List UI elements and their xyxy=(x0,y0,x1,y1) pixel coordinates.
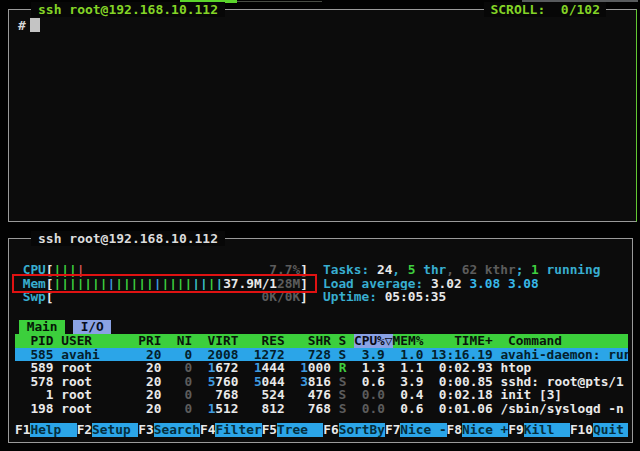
text-seg: Uptime: xyxy=(323,290,385,304)
cursor-block xyxy=(30,18,40,32)
uptime-line: Uptime: 05:05:35 xyxy=(323,290,628,304)
text-seg: running xyxy=(539,263,601,277)
htop-screen-tabs: Main I/O xyxy=(19,320,111,334)
htop-process-table: PID USER PRI NI VIRT RES SHR S CPU%▽MEM%… xyxy=(15,334,628,415)
shell-prompt[interactable]: # xyxy=(18,18,40,33)
f6-key[interactable]: F6 xyxy=(323,423,338,437)
text-seg: 1 xyxy=(300,361,308,375)
text-seg: 24 xyxy=(377,263,392,277)
f4-key[interactable]: F4 xyxy=(200,423,215,437)
f6-sortby-button[interactable]: SortBy xyxy=(339,423,385,437)
screen-tabs: Main I/O xyxy=(19,320,111,334)
text-seg: 0.6 3.9 0:00.85 sshd: root@pts/1 xyxy=(346,375,623,389)
text-seg: 816 xyxy=(308,375,339,389)
f10-quit-button[interactable]: Quit xyxy=(593,423,628,437)
process-row-1[interactable]: 1 root 20 0 768 524 476 S 0.0 0.4 0:02.1… xyxy=(15,388,628,402)
load-line: Load average: 3.02 3.08 3.08 xyxy=(323,277,628,291)
text-seg: Load average: xyxy=(323,277,431,291)
text-seg: Tasks: xyxy=(323,263,377,277)
text-seg: , 62 kthr xyxy=(446,263,515,277)
tasks-line: Tasks: 24, 5 thr, 62 kthr; 1 running xyxy=(323,263,628,277)
text-seg xyxy=(65,320,73,334)
text-seg: 578 root 20 xyxy=(15,375,185,389)
text-seg: 0.0 xyxy=(346,402,385,416)
text-seg: 05:05:35 xyxy=(385,290,447,304)
text-seg: 1 xyxy=(531,263,539,277)
f9-kill-button[interactable]: Kill xyxy=(524,423,570,437)
htop-stats: Tasks: 24, 5 thr, 62 kthr; 1 runningLoad… xyxy=(323,263,628,304)
text-seg xyxy=(192,361,207,375)
text-seg: 0.6 0:01.06 /sbin/syslogd -n xyxy=(385,402,624,416)
text-seg: 589 root 20 xyxy=(15,361,185,375)
pane-bottom-title: ssh root@192.168.10.112 xyxy=(31,231,225,246)
tab-io[interactable]: I/O xyxy=(73,320,112,334)
table-header: PID USER PRI NI VIRT RES SHR S CPU%▽MEM%… xyxy=(15,334,628,348)
process-row-578[interactable]: 578 root 20 0 5760 5044 3816 S 0.6 3.9 0… xyxy=(15,375,628,389)
f3-key[interactable]: F3 xyxy=(138,423,153,437)
f7-nice-minus-button[interactable]: Nice - xyxy=(400,423,446,437)
top-gray-streak-mid xyxy=(237,1,322,2)
text-seg: 512 812 768 xyxy=(215,402,338,416)
f2-setup-button[interactable]: Setup xyxy=(92,423,138,437)
terminal-screen: ssh root@192.168.10.112 SCROLL: 0/102 # … xyxy=(0,0,640,451)
text-seg: 444 xyxy=(262,361,301,375)
f7-key[interactable]: F7 xyxy=(385,423,400,437)
text-seg: 768 524 476 xyxy=(192,388,338,402)
pane-bottom-htop[interactable]: ssh root@192.168.10.112 CPU[|||| 7.7%] M… xyxy=(8,238,633,443)
text-seg: 760 xyxy=(215,375,254,389)
text-seg: 1 xyxy=(254,361,262,375)
scroll-indicator: SCROLL: 0/102 xyxy=(484,2,606,17)
text-seg: 5 xyxy=(254,375,262,389)
text-seg: 0.0 xyxy=(346,388,385,402)
text-seg: 3.08 3.08 xyxy=(469,277,538,291)
text-seg: 3.02 xyxy=(431,277,470,291)
f9-key[interactable]: F9 xyxy=(508,423,523,437)
f8-nice-plus-button[interactable]: Nice + xyxy=(462,423,508,437)
text-seg: MEM% TIME+ Command xyxy=(393,334,628,348)
process-row-589[interactable]: 589 root 20 0 1672 1444 1000 R 1.3 1.1 0… xyxy=(15,361,628,375)
text-seg: 198 root 20 xyxy=(15,402,185,416)
text-seg: 0.4 0:02.18 init [3] xyxy=(385,388,562,402)
text-seg xyxy=(192,375,207,389)
prompt-symbol: # xyxy=(18,18,26,33)
f5-key[interactable]: F5 xyxy=(262,423,277,437)
mem-highlight-annotation-box xyxy=(12,274,317,293)
pane-top-title: ssh root@192.168.10.112 xyxy=(31,2,225,17)
f4-filter-button[interactable]: Filter xyxy=(215,423,261,437)
f3-search-button[interactable]: Search xyxy=(154,423,200,437)
text-seg: PID USER PRI NI VIRT RES SHR S xyxy=(15,334,354,348)
text-seg: 3 xyxy=(300,375,308,389)
process-row-585[interactable]: 585 avahi 20 0 2008 1272 728 S 3.9 1.0 1… xyxy=(15,348,628,362)
f8-key[interactable]: F8 xyxy=(447,423,462,437)
tab-main[interactable]: Main xyxy=(19,320,65,334)
text-seg: 1 root 20 xyxy=(15,388,185,402)
text-seg: ; xyxy=(516,263,531,277)
text-seg: 672 xyxy=(215,361,254,375)
function-bar: F1Help F2Setup F3SearchF4FilterF5Tree F6… xyxy=(15,423,628,437)
f5-tree-button[interactable]: Tree xyxy=(277,423,323,437)
process-row-198[interactable]: 198 root 20 0 1512 812 768 S 0.0 0.6 0:0… xyxy=(15,402,628,416)
f1-key[interactable]: F1 xyxy=(15,423,30,437)
text-seg: , xyxy=(392,263,407,277)
text-seg: 5 xyxy=(408,263,416,277)
text-seg: thr xyxy=(416,263,447,277)
text-seg: 000 xyxy=(308,361,339,375)
text-seg: 585 avahi 20 0 2008 1272 728 S 3.9 1.0 1… xyxy=(15,348,628,362)
f2-key[interactable]: F2 xyxy=(77,423,92,437)
text-seg xyxy=(192,402,207,416)
text-seg: 1.3 1.1 0:02.93 htop xyxy=(346,361,531,375)
f10-key[interactable]: F10 xyxy=(570,423,593,437)
sort-column-cpu[interactable]: CPU%▽ xyxy=(354,334,393,348)
htop-function-bar: F1Help F2Setup F3SearchF4FilterF5Tree F6… xyxy=(15,423,628,437)
text-seg: 044 xyxy=(262,375,301,389)
f1-help-button[interactable]: Help xyxy=(30,423,76,437)
pane-top-shell[interactable]: ssh root@192.168.10.112 SCROLL: 0/102 # xyxy=(8,9,637,222)
